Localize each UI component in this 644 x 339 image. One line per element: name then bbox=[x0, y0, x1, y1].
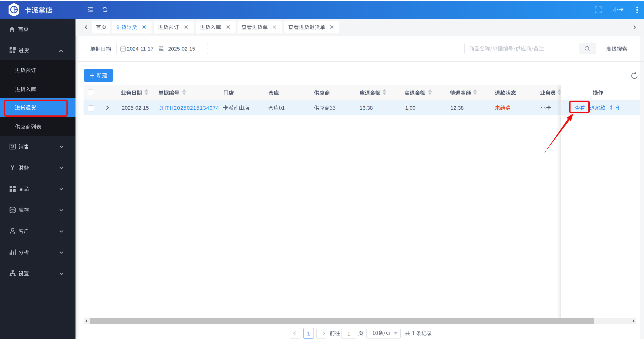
svg-text:¥: ¥ bbox=[11, 165, 15, 171]
